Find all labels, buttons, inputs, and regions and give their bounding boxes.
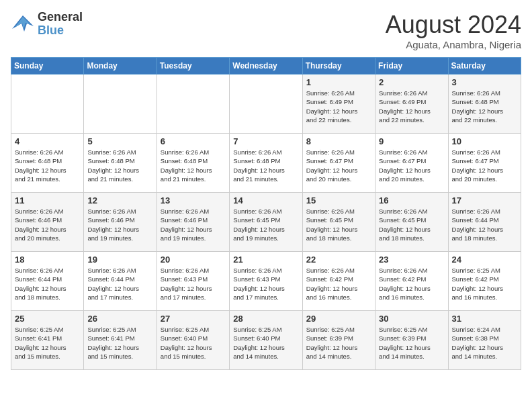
day-number: 9 bbox=[379, 136, 444, 146]
calendar-week-row: 18Sunrise: 6:26 AM Sunset: 6:44 PM Dayli… bbox=[11, 252, 521, 311]
calendar-cell: 26Sunrise: 6:25 AM Sunset: 6:41 PM Dayli… bbox=[84, 311, 157, 370]
day-number: 7 bbox=[233, 136, 298, 146]
day-info: Sunrise: 6:26 AM Sunset: 6:44 PM Dayligh… bbox=[87, 266, 152, 302]
calendar-table: SundayMondayTuesdayWednesdayThursdayFrid… bbox=[11, 57, 521, 370]
day-header-tuesday: Tuesday bbox=[157, 58, 229, 75]
calendar-cell: 10Sunrise: 6:26 AM Sunset: 6:47 PM Dayli… bbox=[448, 134, 521, 193]
day-info: Sunrise: 6:26 AM Sunset: 6:47 PM Dayligh… bbox=[452, 148, 517, 183]
logo-text: General Blue bbox=[38, 11, 83, 38]
day-number: 17 bbox=[452, 195, 517, 205]
location-subtitle: Aguata, Anambra, Nigeria bbox=[386, 39, 521, 50]
calendar-cell: 14Sunrise: 6:26 AM Sunset: 6:45 PM Dayli… bbox=[230, 193, 302, 252]
calendar-cell: 19Sunrise: 6:26 AM Sunset: 6:44 PM Dayli… bbox=[84, 252, 157, 311]
day-number: 1 bbox=[306, 77, 371, 87]
day-number: 31 bbox=[452, 314, 517, 324]
calendar-cell bbox=[84, 75, 157, 134]
calendar-cell bbox=[230, 75, 302, 134]
day-info: Sunrise: 6:25 AM Sunset: 6:42 PM Dayligh… bbox=[452, 266, 517, 302]
day-info: Sunrise: 6:26 AM Sunset: 6:48 PM Dayligh… bbox=[452, 89, 517, 124]
day-info: Sunrise: 6:25 AM Sunset: 6:39 PM Dayligh… bbox=[379, 325, 444, 361]
calendar-cell: 4Sunrise: 6:26 AM Sunset: 6:48 PM Daylig… bbox=[11, 134, 84, 193]
calendar-cell: 30Sunrise: 6:25 AM Sunset: 6:39 PM Dayli… bbox=[375, 311, 448, 370]
calendar-cell: 5Sunrise: 6:26 AM Sunset: 6:48 PM Daylig… bbox=[84, 134, 157, 193]
day-info: Sunrise: 6:26 AM Sunset: 6:47 PM Dayligh… bbox=[306, 148, 371, 183]
month-title: August 2024 bbox=[386, 11, 521, 39]
calendar-cell: 1Sunrise: 6:26 AM Sunset: 6:49 PM Daylig… bbox=[302, 75, 375, 134]
day-info: Sunrise: 6:26 AM Sunset: 6:47 PM Dayligh… bbox=[379, 148, 444, 183]
calendar-cell: 3Sunrise: 6:26 AM Sunset: 6:48 PM Daylig… bbox=[448, 75, 521, 134]
calendar-cell: 18Sunrise: 6:26 AM Sunset: 6:44 PM Dayli… bbox=[11, 252, 84, 311]
calendar-cell: 2Sunrise: 6:26 AM Sunset: 6:49 PM Daylig… bbox=[375, 75, 448, 134]
calendar-cell: 20Sunrise: 6:26 AM Sunset: 6:43 PM Dayli… bbox=[157, 252, 229, 311]
day-info: Sunrise: 6:25 AM Sunset: 6:40 PM Dayligh… bbox=[161, 325, 226, 361]
calendar-cell: 24Sunrise: 6:25 AM Sunset: 6:42 PM Dayli… bbox=[448, 252, 521, 311]
day-info: Sunrise: 6:25 AM Sunset: 6:39 PM Dayligh… bbox=[306, 325, 371, 361]
day-header-saturday: Saturday bbox=[448, 58, 521, 75]
day-number: 2 bbox=[379, 77, 444, 87]
calendar-cell: 29Sunrise: 6:25 AM Sunset: 6:39 PM Dayli… bbox=[302, 311, 375, 370]
logo-icon bbox=[11, 14, 35, 34]
day-info: Sunrise: 6:25 AM Sunset: 6:41 PM Dayligh… bbox=[87, 325, 152, 361]
day-info: Sunrise: 6:26 AM Sunset: 6:46 PM Dayligh… bbox=[161, 207, 226, 242]
day-number: 22 bbox=[306, 255, 371, 265]
day-info: Sunrise: 6:25 AM Sunset: 6:40 PM Dayligh… bbox=[233, 325, 298, 361]
day-info: Sunrise: 6:26 AM Sunset: 6:48 PM Dayligh… bbox=[87, 148, 152, 183]
calendar-cell: 23Sunrise: 6:26 AM Sunset: 6:42 PM Dayli… bbox=[375, 252, 448, 311]
day-info: Sunrise: 6:24 AM Sunset: 6:38 PM Dayligh… bbox=[452, 325, 517, 361]
day-number: 5 bbox=[87, 136, 152, 146]
day-info: Sunrise: 6:26 AM Sunset: 6:46 PM Dayligh… bbox=[87, 207, 152, 242]
calendar-cell: 27Sunrise: 6:25 AM Sunset: 6:40 PM Dayli… bbox=[157, 311, 229, 370]
day-number: 16 bbox=[379, 195, 444, 205]
calendar-cell: 31Sunrise: 6:24 AM Sunset: 6:38 PM Dayli… bbox=[448, 311, 521, 370]
day-info: Sunrise: 6:26 AM Sunset: 6:48 PM Dayligh… bbox=[233, 148, 298, 183]
day-number: 4 bbox=[15, 136, 80, 146]
calendar-cell: 21Sunrise: 6:26 AM Sunset: 6:43 PM Dayli… bbox=[230, 252, 302, 311]
day-number: 18 bbox=[15, 255, 80, 265]
day-info: Sunrise: 6:26 AM Sunset: 6:46 PM Dayligh… bbox=[15, 207, 80, 242]
day-number: 12 bbox=[87, 195, 152, 205]
calendar-cell bbox=[11, 75, 84, 134]
day-number: 23 bbox=[379, 255, 444, 265]
day-info: Sunrise: 6:26 AM Sunset: 6:45 PM Dayligh… bbox=[379, 207, 444, 242]
day-number: 14 bbox=[233, 195, 298, 205]
calendar-week-row: 11Sunrise: 6:26 AM Sunset: 6:46 PM Dayli… bbox=[11, 193, 521, 252]
day-header-sunday: Sunday bbox=[11, 58, 84, 75]
calendar-week-row: 4Sunrise: 6:26 AM Sunset: 6:48 PM Daylig… bbox=[11, 134, 521, 193]
day-number: 8 bbox=[306, 136, 371, 146]
day-info: Sunrise: 6:26 AM Sunset: 6:42 PM Dayligh… bbox=[379, 266, 444, 302]
day-number: 24 bbox=[452, 255, 517, 265]
day-number: 26 bbox=[87, 314, 152, 324]
calendar-cell: 9Sunrise: 6:26 AM Sunset: 6:47 PM Daylig… bbox=[375, 134, 448, 193]
day-number: 29 bbox=[306, 314, 371, 324]
calendar-cell: 11Sunrise: 6:26 AM Sunset: 6:46 PM Dayli… bbox=[11, 193, 84, 252]
calendar-cell: 7Sunrise: 6:26 AM Sunset: 6:48 PM Daylig… bbox=[230, 134, 302, 193]
calendar-week-row: 25Sunrise: 6:25 AM Sunset: 6:41 PM Dayli… bbox=[11, 311, 521, 370]
calendar-cell: 25Sunrise: 6:25 AM Sunset: 6:41 PM Dayli… bbox=[11, 311, 84, 370]
logo: General Blue bbox=[11, 11, 83, 38]
day-header-monday: Monday bbox=[84, 58, 157, 75]
day-number: 15 bbox=[306, 195, 371, 205]
day-info: Sunrise: 6:26 AM Sunset: 6:44 PM Dayligh… bbox=[452, 207, 517, 242]
day-header-thursday: Thursday bbox=[302, 58, 375, 75]
day-info: Sunrise: 6:26 AM Sunset: 6:48 PM Dayligh… bbox=[15, 148, 80, 183]
calendar-cell: 22Sunrise: 6:26 AM Sunset: 6:42 PM Dayli… bbox=[302, 252, 375, 311]
day-header-friday: Friday bbox=[375, 58, 448, 75]
day-number: 20 bbox=[161, 255, 226, 265]
day-number: 10 bbox=[452, 136, 517, 146]
calendar-cell: 12Sunrise: 6:26 AM Sunset: 6:46 PM Dayli… bbox=[84, 193, 157, 252]
day-info: Sunrise: 6:26 AM Sunset: 6:45 PM Dayligh… bbox=[233, 207, 298, 242]
day-number: 3 bbox=[452, 77, 517, 87]
calendar-cell: 8Sunrise: 6:26 AM Sunset: 6:47 PM Daylig… bbox=[302, 134, 375, 193]
title-section: August 2024 Aguata, Anambra, Nigeria bbox=[386, 11, 521, 50]
day-info: Sunrise: 6:26 AM Sunset: 6:43 PM Dayligh… bbox=[233, 266, 298, 302]
day-header-wednesday: Wednesday bbox=[230, 58, 302, 75]
day-number: 30 bbox=[379, 314, 444, 324]
calendar-cell: 6Sunrise: 6:26 AM Sunset: 6:48 PM Daylig… bbox=[157, 134, 229, 193]
day-number: 25 bbox=[15, 314, 80, 324]
calendar-cell: 16Sunrise: 6:26 AM Sunset: 6:45 PM Dayli… bbox=[375, 193, 448, 252]
calendar-cell: 17Sunrise: 6:26 AM Sunset: 6:44 PM Dayli… bbox=[448, 193, 521, 252]
day-number: 11 bbox=[15, 195, 80, 205]
day-info: Sunrise: 6:26 AM Sunset: 6:48 PM Dayligh… bbox=[161, 148, 226, 183]
calendar-cell: 13Sunrise: 6:26 AM Sunset: 6:46 PM Dayli… bbox=[157, 193, 229, 252]
day-number: 21 bbox=[233, 255, 298, 265]
